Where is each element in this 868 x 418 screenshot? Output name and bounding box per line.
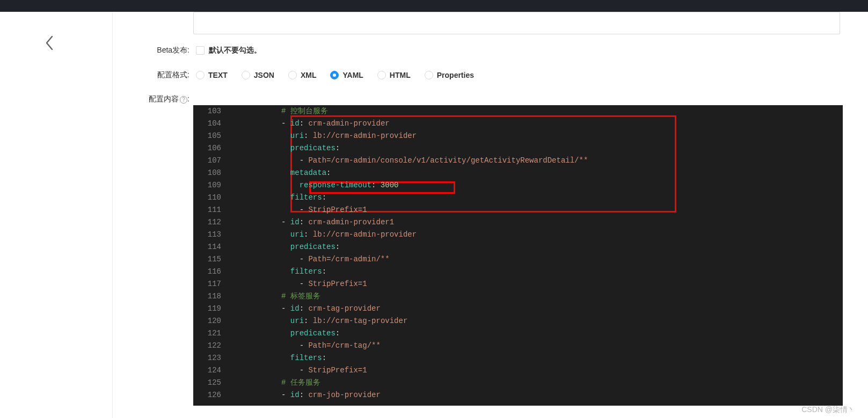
code-line[interactable]: - id: crm-admin-provider1 <box>236 216 394 229</box>
code-line[interactable]: predicates: <box>236 241 340 253</box>
config-format-label: 配置格式: <box>137 70 189 80</box>
code-line[interactable]: filters: <box>236 266 326 278</box>
left-sidebar <box>0 12 113 418</box>
line-number: 106 <box>193 142 221 155</box>
back-button[interactable] <box>44 34 55 53</box>
format-radio-group: TEXT JSON XML YAML HTML Properties <box>196 71 474 79</box>
beta-publish-hint: 默认不要勾选。 <box>209 46 261 55</box>
code-line[interactable]: # 任务服务 <box>236 377 320 389</box>
radio-icon <box>377 71 386 79</box>
code-editor[interactable]: 1031041051061071081091101111121131141151… <box>193 105 843 406</box>
line-number: 123 <box>193 352 221 364</box>
line-number: 107 <box>193 155 221 167</box>
radio-icon <box>288 71 297 79</box>
beta-publish-label: Beta发布: <box>137 46 189 55</box>
line-number: 103 <box>193 105 221 118</box>
line-number: 110 <box>193 192 221 204</box>
description-input[interactable] <box>193 12 840 34</box>
config-content-label: 配置内容?: <box>137 94 189 104</box>
line-number: 104 <box>193 118 221 130</box>
format-html[interactable]: HTML <box>377 71 411 79</box>
code-line[interactable]: predicates: <box>236 142 340 155</box>
code-line[interactable]: - id: crm-job-provider <box>236 389 381 401</box>
code-line[interactable]: - id: crm-tag-provider <box>236 303 381 315</box>
line-number-gutter: 1031041051061071081091101111121131141151… <box>193 105 227 406</box>
format-properties[interactable]: Properties <box>425 71 474 79</box>
line-number: 124 <box>193 364 221 377</box>
beta-publish-row: Beta发布: 默认不要勾选。 <box>137 45 840 56</box>
top-bar <box>0 0 868 12</box>
code-line[interactable]: - Path=/crm-admin/console/v1/activity/ge… <box>236 155 588 167</box>
line-number: 114 <box>193 241 221 253</box>
line-number: 109 <box>193 179 221 192</box>
code-line[interactable]: uri: lb://crm-tag-provider <box>236 315 407 327</box>
code-line[interactable]: # 控制台服务 <box>236 105 328 118</box>
code-line[interactable]: predicates: <box>236 327 340 340</box>
line-number: 108 <box>193 167 221 179</box>
line-number: 121 <box>193 327 221 340</box>
chevron-left-icon <box>44 34 55 52</box>
config-content-row: 配置内容?: <box>137 94 840 105</box>
line-number: 111 <box>193 204 221 216</box>
watermark: CSDN @柒情丶 <box>801 405 855 415</box>
code-line[interactable]: - StripPrefix=1 <box>236 364 367 377</box>
radio-icon <box>425 71 433 79</box>
format-text[interactable]: TEXT <box>196 71 228 79</box>
radio-icon <box>330 71 339 79</box>
radio-icon <box>196 71 205 79</box>
format-yaml[interactable]: YAML <box>330 71 363 79</box>
code-line[interactable]: metadata: <box>236 167 331 179</box>
line-number: 112 <box>193 216 221 229</box>
line-number: 119 <box>193 303 221 315</box>
format-xml[interactable]: XML <box>288 71 317 79</box>
line-number: 117 <box>193 278 221 290</box>
line-number: 125 <box>193 377 221 389</box>
main-content: Beta发布: 默认不要勾选。 配置格式: TEXT JSON XML YAML… <box>113 12 868 418</box>
code-line[interactable]: response-timeout: 3000 <box>236 179 398 192</box>
code-line[interactable]: - Path=/crm-admin/** <box>236 253 390 266</box>
code-line[interactable]: filters: <box>236 192 326 204</box>
radio-icon <box>242 71 250 79</box>
code-line[interactable]: - id: crm-admin-provider <box>236 118 390 130</box>
line-number: 120 <box>193 315 221 327</box>
line-number: 105 <box>193 130 221 142</box>
fold-bar <box>227 105 236 406</box>
format-json[interactable]: JSON <box>242 71 274 79</box>
code-line[interactable]: filters: <box>236 352 326 364</box>
line-number: 115 <box>193 253 221 266</box>
code-area[interactable]: # 控制台服务 - id: crm-admin-provider uri: lb… <box>236 105 843 406</box>
beta-publish-checkbox[interactable] <box>196 46 205 55</box>
line-number: 126 <box>193 389 221 401</box>
line-number: 116 <box>193 266 221 278</box>
line-number: 118 <box>193 290 221 303</box>
code-line[interactable]: uri: lb://crm-admin-provider <box>236 229 417 241</box>
code-line[interactable]: uri: lb://crm-admin-provider <box>236 130 417 142</box>
code-line[interactable]: # 标签服务 <box>236 290 320 303</box>
help-icon[interactable]: ? <box>180 96 187 104</box>
line-number: 113 <box>193 229 221 241</box>
code-line[interactable]: - StripPrefix=1 <box>236 278 367 290</box>
code-line[interactable]: - StripPrefix=1 <box>236 204 367 216</box>
line-number: 122 <box>193 340 221 352</box>
config-format-row: 配置格式: TEXT JSON XML YAML HTML Properties <box>137 70 840 80</box>
code-line[interactable]: - Path=/crm-tag/** <box>236 340 381 352</box>
